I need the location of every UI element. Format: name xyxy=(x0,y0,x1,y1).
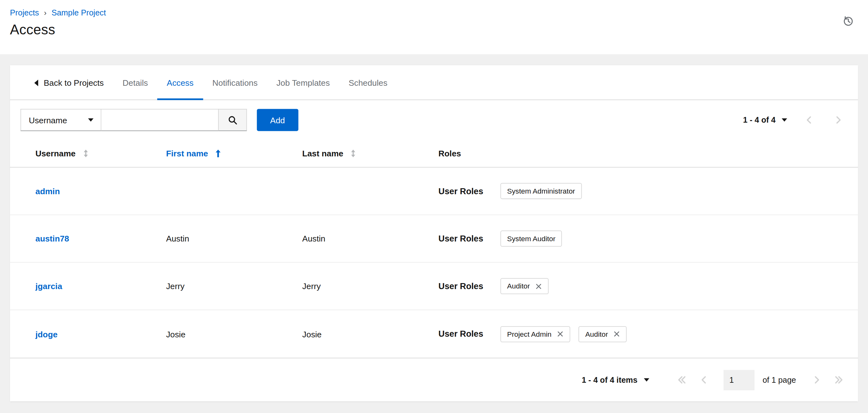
tab-bar: Back to Projects Details Access Notifica… xyxy=(10,65,858,100)
tab-label: Job Templates xyxy=(277,78,330,87)
tab-job-templates[interactable]: Job Templates xyxy=(267,65,339,100)
tab-label: Details xyxy=(122,78,148,87)
table-row: jdogeJosieJosieUser RolesProject AdminAu… xyxy=(10,310,858,358)
breadcrumb-link-sample-project[interactable]: Sample Project xyxy=(52,8,106,17)
page-title: Access xyxy=(10,22,854,37)
search-button[interactable] xyxy=(218,109,247,131)
search-filter-group: Username xyxy=(21,109,247,131)
breadcrumb-divider-icon: › xyxy=(44,9,46,17)
column-header-first-name[interactable]: First name xyxy=(166,149,302,158)
sort-icon xyxy=(82,149,89,158)
column-header-username[interactable]: Username xyxy=(35,149,166,158)
tab-details[interactable]: Details xyxy=(113,65,157,100)
roles-cell: User RolesProject AdminAuditor xyxy=(438,326,858,342)
search-input[interactable] xyxy=(101,109,218,131)
username-link[interactable]: admin xyxy=(35,186,60,196)
role-chip: Project Admin xyxy=(500,326,570,342)
role-chip-label: System Auditor xyxy=(507,235,556,243)
user-roles-label: User Roles xyxy=(438,281,500,291)
role-chip-label: System Administrator xyxy=(507,187,575,195)
last-name-cell: Austin xyxy=(302,234,438,243)
angle-left-icon xyxy=(701,375,706,385)
first-page-button[interactable] xyxy=(677,375,686,385)
remove-role-button[interactable] xyxy=(614,331,620,337)
angle-left-icon xyxy=(806,115,812,125)
prev-page-button[interactable] xyxy=(806,115,812,125)
tab-back-to-projects[interactable]: Back to Projects xyxy=(25,65,113,100)
history-icon xyxy=(842,15,854,27)
username-cell: austin78 xyxy=(35,234,166,243)
angle-double-right-icon xyxy=(834,375,844,385)
remove-role-button[interactable] xyxy=(535,283,542,289)
access-panel: Back to Projects Details Access Notifica… xyxy=(10,65,858,401)
username-cell: jgarcia xyxy=(35,281,166,291)
prev-page-button[interactable] xyxy=(701,375,706,385)
sort-icon xyxy=(350,149,357,158)
username-cell: jdoge xyxy=(35,329,166,339)
username-cell: admin xyxy=(35,186,166,196)
current-page-input[interactable]: 1 xyxy=(723,370,754,390)
tab-label: Notifications xyxy=(212,78,257,87)
role-chips: System Administrator xyxy=(500,183,582,199)
angle-double-left-icon xyxy=(677,375,686,385)
caret-down-icon xyxy=(88,118,94,122)
breadcrumb: Projects › Sample Project xyxy=(10,8,854,17)
next-page-button[interactable] xyxy=(814,375,820,385)
page-count-label: of 1 page xyxy=(763,376,796,384)
table-row: adminUser RolesSystem Administrator xyxy=(10,167,858,215)
username-link[interactable]: austin78 xyxy=(35,234,69,243)
angle-right-icon xyxy=(814,375,820,385)
pagination-summary: 1 - 4 of 4 xyxy=(743,116,776,125)
role-chip: Auditor xyxy=(500,278,549,294)
content-area: Back to Projects Details Access Notifica… xyxy=(0,54,868,413)
footer-pagination: 1 - 4 of 4 items 1 of 1 page xyxy=(10,358,858,402)
first-name-cell: Austin xyxy=(166,234,302,243)
role-chip-label: Auditor xyxy=(507,282,530,290)
caret-down-icon xyxy=(644,378,649,382)
filter-type-dropdown[interactable]: Username xyxy=(21,109,101,131)
items-per-page-dropdown[interactable]: 1 - 4 of 4 items xyxy=(582,376,649,384)
roles-cell: User RolesAuditor xyxy=(438,278,858,294)
caret-down-icon xyxy=(781,118,787,122)
role-chip: System Auditor xyxy=(500,231,562,246)
table-row: austin78AustinAustinUser RolesSystem Aud… xyxy=(10,215,858,263)
table-body: adminUser RolesSystem Administratorausti… xyxy=(10,167,858,357)
column-header-roles: Roles xyxy=(438,149,858,158)
top-pagination: 1 - 4 of 4 xyxy=(743,115,841,125)
page: Projects › Sample Project Access xyxy=(0,0,868,413)
column-header-last-name[interactable]: Last name xyxy=(302,149,438,158)
tab-notifications[interactable]: Notifications xyxy=(203,65,267,100)
remove-role-button[interactable] xyxy=(557,331,564,337)
last-page-button[interactable] xyxy=(834,375,844,385)
role-chip-label: Project Admin xyxy=(507,330,552,338)
first-name-cell: Jerry xyxy=(166,281,302,291)
column-label: Last name xyxy=(302,149,343,158)
tab-label: Back to Projects xyxy=(44,78,104,87)
filter-type-selected: Username xyxy=(29,115,67,125)
tab-schedules[interactable]: Schedules xyxy=(339,65,397,100)
sort-ascending-icon xyxy=(215,149,221,158)
activity-stream-button[interactable] xyxy=(842,15,854,27)
tab-access[interactable]: Access xyxy=(157,65,203,100)
role-chips: Auditor xyxy=(500,278,549,294)
caret-left-icon xyxy=(34,79,38,86)
pagination-summary-dropdown[interactable]: 1 - 4 of 4 xyxy=(743,116,787,125)
column-label: Roles xyxy=(438,149,461,158)
role-chips: Project AdminAuditor xyxy=(500,326,627,342)
angle-right-icon xyxy=(836,115,841,125)
username-link[interactable]: jgarcia xyxy=(35,281,62,291)
user-roles-label: User Roles xyxy=(438,234,500,244)
last-name-cell: Jerry xyxy=(302,281,438,291)
search-icon xyxy=(228,115,237,125)
next-page-button[interactable] xyxy=(836,115,841,125)
breadcrumb-link-projects[interactable]: Projects xyxy=(10,8,39,17)
user-roles-label: User Roles xyxy=(438,329,500,339)
role-chip: System Administrator xyxy=(500,183,582,199)
page-header: Projects › Sample Project Access xyxy=(0,0,868,54)
column-label: Username xyxy=(35,149,75,158)
table-header: Username First name Last name xyxy=(10,140,858,168)
add-button[interactable]: Add xyxy=(257,109,298,131)
role-chip: Auditor xyxy=(579,326,627,342)
username-link[interactable]: jdoge xyxy=(35,329,57,339)
last-name-cell: Josie xyxy=(302,329,438,339)
